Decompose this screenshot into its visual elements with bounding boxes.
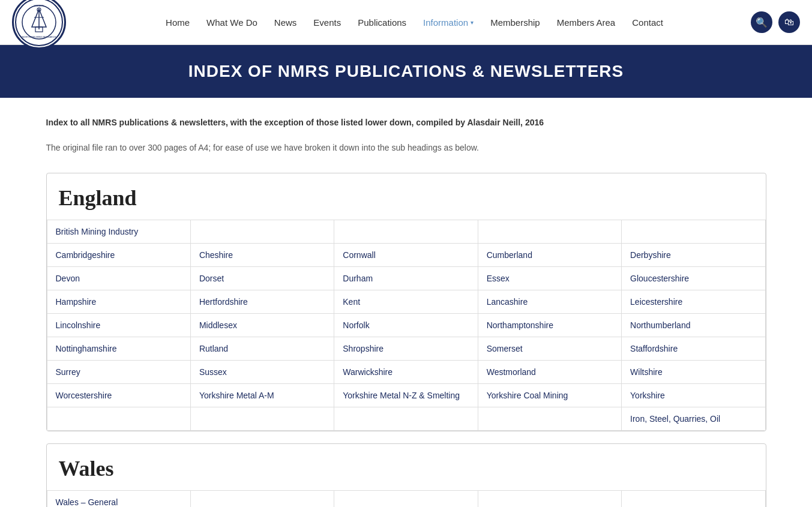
table-link[interactable]: Essex: [487, 274, 510, 283]
table-cell: Sussex: [190, 360, 334, 383]
england-table: British Mining IndustryCambridgeshireChe…: [47, 220, 766, 431]
table-link[interactable]: Devon: [56, 274, 80, 283]
table-cell: [478, 220, 621, 243]
table-link[interactable]: Rutland: [199, 344, 228, 353]
table-link[interactable]: Cheshire: [199, 250, 233, 260]
table-cell: Westmorland: [478, 360, 621, 383]
table-link[interactable]: Cambridgeshire: [56, 250, 115, 260]
cart-button[interactable]: 🛍: [778, 11, 800, 33]
nav-contact[interactable]: Contact: [624, 17, 672, 28]
table-link[interactable]: Staffordshire: [630, 344, 678, 353]
table-link[interactable]: Sussex: [199, 367, 227, 377]
table-cell: Yorkshire: [622, 383, 765, 407]
table-row: LincolnshireMiddlesexNorfolkNorthamptons…: [47, 313, 765, 337]
header-icons: 🔍 🛍: [751, 11, 800, 33]
table-cell: Durham: [334, 266, 478, 290]
table-link[interactable]: British Mining Industry: [56, 227, 139, 236]
page-title: INDEX OF NMRS PUBLICATIONS & NEWSLETTERS: [12, 62, 800, 81]
logo-svg: NORTHERN MINE RESEARCH SOCIETY: [21, 4, 57, 40]
nav-members-area[interactable]: Members Area: [549, 17, 624, 28]
table-link[interactable]: Somerset: [487, 344, 523, 353]
nav-home[interactable]: Home: [157, 17, 198, 28]
table-row: Iron, Steel, Quarries, Oil: [47, 407, 765, 430]
search-icon: 🔍: [756, 17, 768, 28]
table-link[interactable]: Northumberland: [630, 320, 690, 330]
table-row: DevonDorsetDurhamEssexGloucestershire: [47, 266, 765, 290]
table-link[interactable]: Cumberland: [487, 250, 532, 260]
table-link[interactable]: Northamptonshire: [487, 320, 553, 330]
table-link[interactable]: Nottinghamshire: [56, 344, 117, 353]
table-link[interactable]: Lincolnshire: [56, 320, 101, 330]
table-link[interactable]: Yorkshire Coal Mining: [487, 391, 568, 400]
table-link[interactable]: Yorkshire Metal N-Z & Smelting: [343, 391, 460, 400]
table-cell: [334, 407, 478, 430]
logo-area[interactable]: NORTHERN MINE RESEARCH SOCIETY: [12, 0, 66, 49]
table-cell: Rutland: [190, 337, 334, 360]
table-cell: [622, 490, 765, 507]
table-link[interactable]: Worcestershire: [56, 391, 112, 400]
table-link[interactable]: Durham: [343, 274, 373, 283]
table-link[interactable]: Kent: [343, 297, 360, 307]
table-link[interactable]: Derbyshire: [630, 250, 671, 260]
table-row: British Mining Industry: [47, 220, 765, 243]
search-button[interactable]: 🔍: [751, 11, 772, 33]
table-cell: Essex: [478, 266, 621, 290]
table-link[interactable]: Lancashire: [487, 297, 528, 307]
table-cell: Somerset: [478, 337, 621, 360]
table-link[interactable]: Hampshire: [56, 297, 97, 307]
table-cell: Northamptonshire: [478, 313, 621, 337]
nav-publications[interactable]: Publications: [349, 17, 415, 28]
nav-membership[interactable]: Membership: [482, 17, 549, 28]
chevron-down-icon: ▾: [471, 19, 474, 26]
table-row: NottinghamshireRutlandShropshireSomerset…: [47, 337, 765, 360]
table-link[interactable]: Westmorland: [487, 367, 536, 377]
nav-events[interactable]: Events: [305, 17, 349, 28]
table-row: Wales – General: [47, 490, 765, 507]
table-cell: Cambridgeshire: [47, 243, 190, 266]
table-link[interactable]: Middlesex: [199, 320, 237, 330]
nav-information[interactable]: Information ▾: [415, 17, 482, 28]
table-link[interactable]: Yorkshire Metal A-M: [199, 391, 274, 400]
table-cell: [334, 220, 478, 243]
table-cell: Cheshire: [190, 243, 334, 266]
table-cell: Lancashire: [478, 290, 621, 313]
nav-what-we-do[interactable]: What We Do: [198, 17, 266, 28]
table-link[interactable]: Surrey: [56, 367, 80, 377]
table-cell: Wiltshire: [622, 360, 765, 383]
table-cell: Lincolnshire: [47, 313, 190, 337]
table-cell: British Mining Industry: [47, 220, 190, 243]
table-cell: [47, 407, 190, 430]
wales-section: Wales Wales – General: [46, 443, 766, 507]
table-cell: Iron, Steel, Quarries, Oil: [622, 407, 765, 430]
table-link[interactable]: Wales – General: [56, 497, 118, 507]
table-row: WorcestershireYorkshire Metal A-MYorkshi…: [47, 383, 765, 407]
table-link[interactable]: Norfolk: [343, 320, 369, 330]
table-link[interactable]: Warwickshire: [343, 367, 392, 377]
table-link[interactable]: Shropshire: [343, 344, 383, 353]
table-cell: Hampshire: [47, 290, 190, 313]
wales-heading: Wales: [47, 444, 766, 490]
table-cell: Derbyshire: [622, 243, 765, 266]
main-nav: Home What We Do News Events Publications…: [84, 17, 745, 28]
logo: NORTHERN MINE RESEARCH SOCIETY: [12, 0, 66, 49]
table-cell: Devon: [47, 266, 190, 290]
table-link[interactable]: Dorset: [199, 274, 224, 283]
nav-news[interactable]: News: [266, 17, 305, 28]
table-cell: [478, 407, 621, 430]
table-link[interactable]: Leicestershire: [630, 297, 682, 307]
table-link[interactable]: Cornwall: [343, 250, 375, 260]
table-link[interactable]: Wiltshire: [630, 367, 663, 377]
table-link[interactable]: Yorkshire: [630, 391, 665, 400]
england-heading: England: [47, 173, 766, 220]
svg-text:SOCIETY: SOCIETY: [34, 4, 44, 7]
table-row: CambridgeshireCheshireCornwallCumberland…: [47, 243, 765, 266]
table-cell: Kent: [334, 290, 478, 313]
table-link[interactable]: Iron, Steel, Quarries, Oil: [630, 414, 720, 424]
table-cell: [622, 220, 765, 243]
table-cell: Leicestershire: [622, 290, 765, 313]
table-cell: Yorkshire Metal A-M: [190, 383, 334, 407]
svg-text:NORTHERN MINE RESEARCH: NORTHERN MINE RESEARCH: [22, 35, 56, 38]
table-link[interactable]: Gloucestershire: [630, 274, 689, 283]
table-link[interactable]: Hertfordshire: [199, 297, 248, 307]
main-content: Index to all NMRS publications & newslet…: [22, 98, 790, 507]
